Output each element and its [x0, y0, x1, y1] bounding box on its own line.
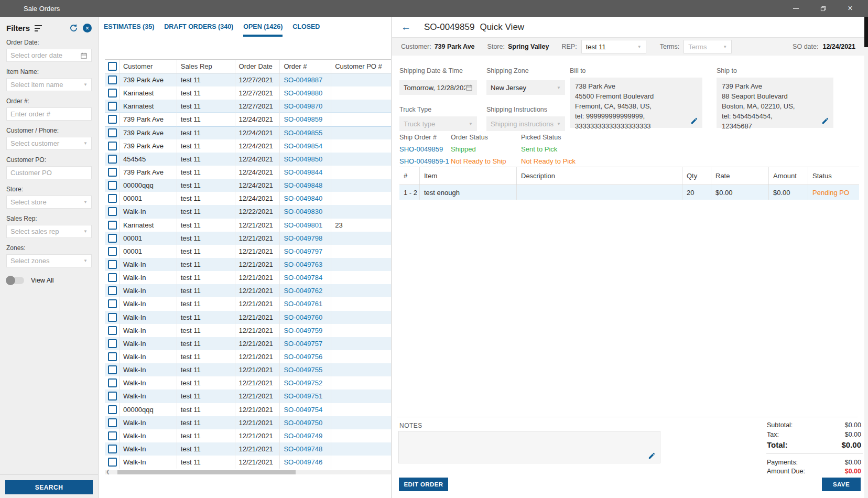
order-link[interactable]: SO-0049850 — [284, 155, 322, 163]
row-checkbox[interactable] — [108, 392, 117, 400]
horizontal-scrollbar[interactable]: ❮ — [105, 470, 391, 474]
table-row[interactable]: Karinatesttest 1112/27/2021SO-0049870 — [105, 100, 391, 113]
row-checkbox[interactable] — [108, 313, 117, 322]
row-checkbox[interactable] — [108, 273, 117, 282]
filter-item-name-dropdown[interactable]: Select item name▼ — [6, 78, 92, 91]
ship-order-link[interactable]: SHO-0049859 — [399, 145, 443, 153]
order-link[interactable]: SO-0049763 — [284, 261, 322, 268]
order-link[interactable]: SO-0049844 — [284, 168, 322, 176]
row-checkbox[interactable] — [108, 142, 117, 150]
table-row[interactable]: Walk-Intest 1112/21/2021SO-0049756 — [105, 350, 391, 363]
truck-type-dropdown[interactable]: Truck type ▼ — [399, 116, 477, 131]
table-row[interactable]: 454545test 1112/24/2021SO-0049850 — [105, 153, 391, 166]
row-checkbox[interactable] — [108, 418, 117, 427]
rep-dropdown[interactable]: test 11 ▼ — [581, 40, 646, 53]
table-row[interactable]: Walk-Intest 1112/21/2021SO-0049760 — [105, 311, 391, 324]
table-row[interactable]: Karinatesttest 1112/21/2021SO-004980123 — [105, 219, 391, 232]
tab-closed[interactable]: CLOSED — [292, 23, 320, 37]
table-row[interactable]: Karinatesttest 1112/27/2021SO-0049880 — [105, 86, 391, 100]
shipping-date-input[interactable]: Tomorrow, 12/28/2021 — [399, 80, 477, 95]
edit-notes-button[interactable] — [648, 452, 656, 460]
table-row[interactable]: Walk-Intest 1112/21/2021SO-0049751 — [105, 389, 391, 403]
search-button[interactable]: SEARCH — [5, 480, 93, 494]
table-row[interactable]: Walk-Intest 1112/21/2021SO-0049761 — [105, 297, 391, 310]
table-row[interactable]: 00001test 1112/21/2021SO-0049797 — [105, 245, 391, 258]
order-link[interactable]: SO-0049870 — [284, 102, 322, 110]
table-row[interactable]: Walk-Intest 1112/21/2021SO-0049752 — [105, 376, 391, 389]
order-link[interactable]: SO-0049784 — [284, 274, 322, 282]
order-link[interactable]: SO-0049801 — [284, 221, 322, 229]
table-row[interactable]: 00001test 1112/24/2021SO-0049840 — [105, 192, 391, 205]
notes-input[interactable] — [398, 431, 660, 463]
table-row[interactable]: 00001test 1112/21/2021SO-0049798 — [105, 232, 391, 245]
row-checkbox[interactable] — [108, 378, 117, 387]
row-checkbox[interactable] — [108, 115, 117, 124]
close-button[interactable]: × — [837, 0, 864, 17]
row-checkbox[interactable] — [108, 365, 117, 374]
table-row[interactable]: Walk-Intest 1112/21/2021SO-0049749 — [105, 429, 391, 442]
table-row[interactable]: 739 Park Avetest 1112/24/2021SO-0049855 — [105, 126, 391, 139]
scroll-left-icon[interactable]: ❮ — [106, 469, 110, 474]
table-row[interactable]: Walk-Intest 1112/21/2021SO-0049746 — [105, 456, 391, 469]
order-link[interactable]: SO-0049748 — [284, 445, 322, 453]
restore-button[interactable] — [809, 0, 837, 17]
table-row[interactable]: 739 Park Avetest 1112/24/2021SO-0049854 — [105, 139, 391, 153]
table-row[interactable]: 739 Park Avetest 1112/24/2021SO-0049844 — [105, 166, 391, 179]
shipping-instructions-dropdown[interactable]: Shipping instructions ▼ — [486, 116, 565, 131]
table-row[interactable]: 00000qqqtest 1112/24/2021SO-0049848 — [105, 179, 391, 192]
tab-estimates-35[interactable]: ESTIMATES (35) — [104, 23, 154, 37]
table-row[interactable]: Walk-Intest 1112/22/2021SO-0049830 — [105, 205, 391, 218]
table-row[interactable]: Walk-Intest 1112/21/2021SO-0049763 — [105, 258, 391, 271]
order-link[interactable]: SO-0049797 — [284, 247, 322, 255]
order-link[interactable]: SO-0049759 — [284, 327, 322, 334]
row-checkbox[interactable] — [108, 326, 117, 335]
terms-dropdown[interactable]: Terms ▼ — [683, 40, 732, 53]
row-checkbox[interactable] — [108, 431, 117, 440]
order-link[interactable]: SO-0049761 — [284, 300, 322, 308]
table-row[interactable]: 00000qqqtest 1112/21/2021SO-0049754 — [105, 403, 391, 416]
row-checkbox[interactable] — [108, 339, 117, 348]
row-checkbox[interactable] — [108, 221, 117, 230]
row-checkbox[interactable] — [108, 299, 117, 308]
table-row[interactable]: Walk-Intest 1112/21/2021SO-0049755 — [105, 363, 391, 376]
table-row[interactable]: Walk-Intest 1112/21/2021SO-0049762 — [105, 284, 391, 297]
order-link[interactable]: SO-0049760 — [284, 313, 322, 321]
row-checkbox[interactable] — [108, 458, 117, 467]
row-checkbox[interactable] — [108, 102, 117, 111]
clear-filters-button[interactable]: × — [83, 24, 92, 33]
filter-zones-dropdown[interactable]: Select zones▼ — [6, 254, 92, 267]
order-link[interactable]: SO-0049840 — [284, 194, 322, 202]
table-row[interactable]: Walk-Intest 1112/21/2021SO-0049784 — [105, 271, 391, 284]
save-button[interactable]: SAVE — [822, 478, 861, 491]
table-row[interactable]: Walk-Intest 1112/21/2021SO-0049748 — [105, 442, 391, 456]
scrollbar-thumb[interactable] — [864, 17, 868, 47]
row-checkbox[interactable] — [108, 260, 117, 269]
order-link[interactable]: SO-0049756 — [284, 353, 322, 361]
row-checkbox[interactable] — [108, 352, 117, 361]
table-row[interactable]: Walk-Intest 1112/21/2021SO-0049759 — [105, 324, 391, 337]
row-checkbox[interactable] — [108, 234, 117, 243]
row-checkbox[interactable] — [108, 445, 117, 453]
table-row[interactable]: Walk-Intest 1112/21/2021SO-0049750 — [105, 416, 391, 429]
order-link[interactable]: SO-0049755 — [284, 366, 322, 374]
order-link[interactable]: SO-0049854 — [284, 142, 322, 150]
table-row[interactable]: Walk-Intest 1112/21/2021SO-0049757 — [105, 337, 391, 350]
order-link[interactable]: SO-0049848 — [284, 181, 322, 189]
window-scrollbar[interactable] — [864, 17, 868, 498]
row-checkbox[interactable] — [108, 128, 117, 137]
table-row[interactable]: 739 Park Avetest 1112/27/2021SO-0049887 — [105, 73, 391, 86]
filter-order-date-input[interactable]: Select order date — [6, 49, 92, 62]
scrollbar-thumb[interactable] — [117, 470, 296, 474]
order-link[interactable]: SO-0049749 — [284, 432, 322, 440]
table-row[interactable]: 739 Park Avetest 1112/24/2021SO-0049859 — [105, 113, 391, 126]
row-checkbox[interactable] — [108, 247, 117, 256]
row-checkbox[interactable] — [108, 155, 117, 164]
edit-order-button[interactable]: EDIT ORDER — [399, 478, 448, 491]
order-link[interactable]: SO-0049757 — [284, 340, 322, 348]
order-link[interactable]: SO-0049887 — [284, 76, 322, 84]
back-button[interactable]: ← — [401, 21, 411, 33]
row-checkbox[interactable] — [108, 207, 117, 216]
filter-order-input[interactable]: Enter order # — [6, 107, 92, 121]
order-link[interactable]: SO-0049750 — [284, 419, 322, 427]
tab-draft-orders-340[interactable]: DRAFT ORDERS (340) — [164, 23, 233, 37]
